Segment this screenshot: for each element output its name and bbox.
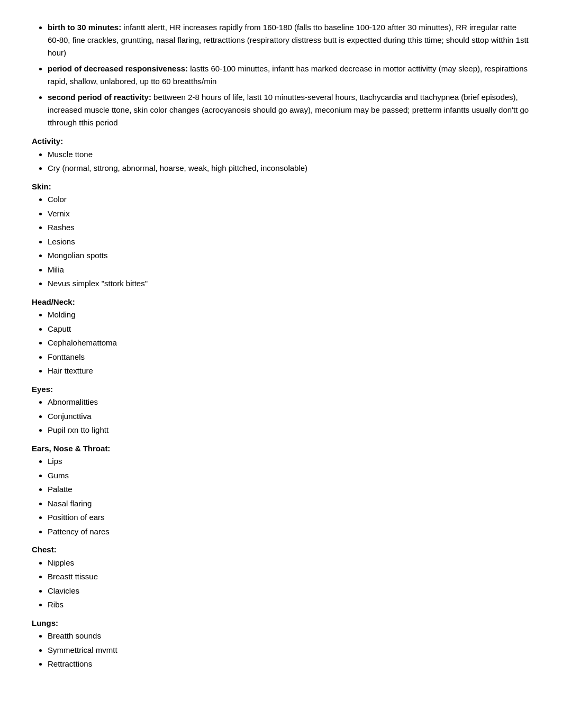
- list-item: Caputt: [48, 323, 530, 335]
- list-item: Nipples: [48, 557, 530, 569]
- list-item: Pupil rxn tto lightt: [48, 424, 530, 436]
- section-list: MoldingCaputtCephalohemattomaFonttanelsH…: [48, 309, 530, 377]
- intro-list-item: second period of reactivity: bettween 2-…: [48, 91, 530, 129]
- section-list: AbnormalittiesConjuncttivaPupil rxn tto …: [48, 396, 530, 436]
- list-item: Breastt ttissue: [48, 571, 530, 583]
- section-label: Lungs:: [32, 617, 530, 630]
- section-label: Activity:: [32, 135, 530, 148]
- intro-list: birth to 30 minutes: infantt alertt, HR …: [48, 21, 530, 129]
- list-item: Fonttanels: [48, 351, 530, 363]
- list-item: Milia: [48, 264, 530, 276]
- list-item: Color: [48, 194, 530, 206]
- sections-container: Activity:Muscle ttoneCry (normal, sttron…: [32, 135, 530, 670]
- list-item: Cephalohemattoma: [48, 337, 530, 349]
- list-item: Conjuncttiva: [48, 411, 530, 423]
- list-item: Nevus simplex "sttork bittes": [48, 278, 530, 290]
- list-item: Pattency of nares: [48, 526, 530, 538]
- section-list: LipsGumsPalatteNasal flaringPosittion of…: [48, 456, 530, 538]
- list-item: Ribs: [48, 599, 530, 611]
- list-item: Lesions: [48, 236, 530, 248]
- section-list: Breatth soundsSymmettrical mvmttRettract…: [48, 630, 530, 670]
- section-list: Muscle ttoneCry (normal, sttrong, abnorm…: [48, 149, 530, 175]
- intro-list-item: birth to 30 minutes: infantt alertt, HR …: [48, 21, 530, 59]
- list-item: Symmettrical mvmtt: [48, 644, 530, 657]
- list-item: Clavicles: [48, 585, 530, 597]
- list-item: Rashes: [48, 222, 530, 234]
- list-item: Gums: [48, 470, 530, 482]
- list-item: Hair ttextture: [48, 365, 530, 377]
- list-item: Nasal flaring: [48, 498, 530, 510]
- section-label: Head/Neck:: [32, 296, 530, 308]
- list-item: Palatte: [48, 484, 530, 496]
- list-item: Molding: [48, 309, 530, 321]
- section-list: ColorVernixRashesLesionsMongolian spotts…: [48, 194, 530, 290]
- intro-list-item: period of decreased responsiveness: last…: [48, 62, 530, 88]
- section-label: Skin:: [32, 181, 530, 193]
- list-item: Muscle ttone: [48, 149, 530, 161]
- list-item: Cry (normal, sttrong, abnormal, hoarse, …: [48, 162, 530, 175]
- section-label: Ears, Nose & Throat:: [32, 443, 530, 455]
- list-item: Breatth sounds: [48, 630, 530, 642]
- section-list: NipplesBreastt ttissueClaviclesRibs: [48, 557, 530, 611]
- list-item: Lips: [48, 456, 530, 468]
- list-item: Vernix: [48, 208, 530, 220]
- list-item: Posittion of ears: [48, 512, 530, 524]
- list-item: Mongolian spotts: [48, 250, 530, 262]
- section-label: Chest:: [32, 544, 530, 556]
- section-label: Eyes:: [32, 384, 530, 396]
- list-item: Abnormalitties: [48, 396, 530, 408]
- list-item: Rettracttions: [48, 658, 530, 670]
